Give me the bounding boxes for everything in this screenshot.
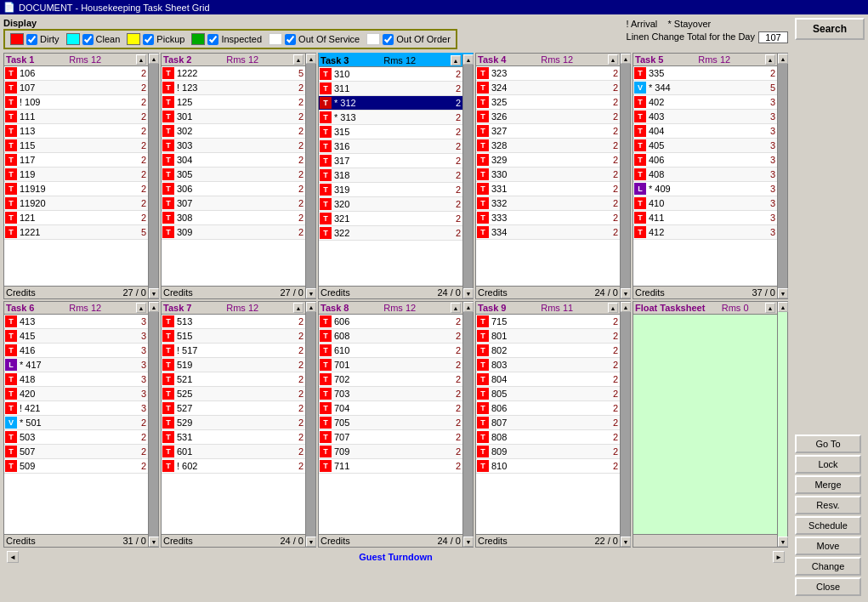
scroll-track[interactable] (463, 65, 473, 288)
task8-scrollbar[interactable]: ▲ ▼ (462, 302, 473, 547)
task4-scroll-up[interactable]: ▲ (608, 54, 618, 65)
task7-scroll-up[interactable]: ▲ (293, 303, 304, 313)
room-row[interactable]: T5152 (162, 329, 305, 344)
room-row[interactable]: T5132 (162, 315, 305, 329)
room-row[interactable]: T1152 (4, 139, 148, 153)
room-row[interactable]: T3332 (476, 211, 620, 225)
room-row[interactable]: T5312 (162, 430, 305, 445)
room-row[interactable]: T7022 (319, 372, 462, 387)
room-row[interactable]: T4203 (4, 387, 148, 401)
task8-scroll-up[interactable]: ▲ (451, 303, 461, 313)
room-row[interactable]: T3042 (162, 153, 305, 168)
room-row[interactable]: T3092 (162, 225, 305, 240)
inspected-checkbox[interactable] (207, 34, 218, 45)
task3-scroll-up[interactable]: ▲ (451, 55, 461, 65)
room-row[interactable]: T7072 (319, 430, 462, 445)
room-row[interactable]: T3072 (162, 196, 305, 211)
room-row[interactable]: T1062 (4, 66, 148, 81)
room-row[interactable]: T3262 (476, 110, 620, 124)
task9-scrollbar[interactable]: ▲ ▼ (620, 302, 630, 547)
room-row[interactable]: T8062 (476, 401, 620, 416)
room-row[interactable]: T3152 (319, 125, 462, 139)
schedule-button[interactable]: Schedule (795, 516, 861, 535)
scroll-track[interactable] (778, 64, 787, 288)
room-row[interactable]: T5272 (162, 401, 305, 416)
room-row[interactable]: T5292 (162, 416, 305, 430)
scroll-track[interactable] (306, 312, 315, 537)
room-row[interactable]: T8032 (476, 358, 620, 372)
room-row[interactable]: T3062 (162, 182, 305, 196)
room-row[interactable]: T5252 (162, 387, 305, 401)
move-button[interactable]: Move (795, 537, 861, 555)
scroll-down-btn[interactable]: ▼ (306, 288, 316, 298)
room-row[interactable]: T3082 (162, 211, 305, 225)
room-row[interactable]: T8042 (476, 372, 620, 387)
room-row[interactable]: T4063 (633, 153, 777, 168)
room-row[interactable]: T4113 (633, 211, 777, 225)
scroll-up-btn[interactable]: ▲ (149, 54, 159, 64)
room-row[interactable]: T8072 (476, 416, 620, 430)
scroll-down-btn[interactable]: ▼ (621, 537, 631, 547)
room-row[interactable]: T3242 (476, 81, 620, 95)
dirty-checkbox[interactable] (26, 34, 37, 45)
room-row[interactable]: T4153 (4, 329, 148, 344)
scroll-down-btn[interactable]: ▼ (463, 537, 474, 547)
room-row[interactable]: T1252 (162, 95, 305, 110)
room-row[interactable]: T3222 (319, 226, 462, 241)
linen-input[interactable] (758, 31, 788, 43)
room-row[interactable]: T1072 (4, 81, 148, 95)
task9-scroll-up[interactable]: ▲ (608, 303, 618, 313)
room-row[interactable]: V* 3445 (633, 81, 777, 95)
scroll-down-btn[interactable]: ▼ (778, 537, 788, 547)
room-row[interactable]: T5092 (4, 459, 148, 474)
room-row[interactable]: V* 5012 (4, 416, 148, 430)
scroll-up-btn[interactable]: ▲ (463, 54, 474, 65)
task5-scroll-up[interactable]: ▲ (765, 54, 775, 65)
scroll-down-btn[interactable]: ▼ (463, 288, 474, 298)
scroll-down-btn[interactable]: ▼ (621, 288, 631, 298)
room-row[interactable]: T3302 (476, 168, 620, 182)
scroll-up-btn[interactable]: ▲ (778, 54, 788, 64)
scroll-down-btn[interactable]: ▼ (306, 537, 316, 547)
room-row[interactable]: T3202 (319, 197, 462, 212)
room-row[interactable]: T8082 (476, 430, 620, 445)
scroll-up-btn[interactable]: ▲ (306, 302, 316, 312)
room-row[interactable]: T3312 (476, 182, 620, 196)
scroll-track[interactable] (621, 312, 630, 537)
room-row[interactable]: T5192 (162, 358, 305, 372)
room-row[interactable]: T4133 (4, 315, 148, 329)
ooo-checkbox[interactable] (383, 34, 394, 45)
room-row[interactable]: T6082 (319, 329, 462, 344)
room-row[interactable]: T4183 (4, 372, 148, 387)
room-row[interactable]: T! 1232 (162, 81, 305, 95)
task6-scrollbar[interactable]: ▲ ▼ (148, 302, 158, 547)
room-row[interactable]: T8022 (476, 344, 620, 358)
task6-scroll-up[interactable]: ▲ (136, 303, 146, 313)
room-row[interactable]: T8102 (476, 459, 620, 474)
room-row[interactable]: T8092 (476, 445, 620, 459)
room-row[interactable]: T8052 (476, 387, 620, 401)
resv-button[interactable]: Resv. (795, 496, 861, 514)
scroll-up-btn[interactable]: ▲ (149, 302, 159, 312)
room-row[interactable]: T1132 (4, 124, 148, 139)
float-scrollbar[interactable]: ▲ ▼ (777, 302, 787, 547)
room-row[interactable]: T! 6022 (162, 459, 305, 474)
scroll-track[interactable] (149, 64, 158, 288)
room-row[interactable]: T5212 (162, 372, 305, 387)
room-row[interactable]: T3212 (319, 212, 462, 226)
scroll-up-btn[interactable]: ▲ (778, 302, 788, 312)
room-row[interactable]: T4123 (633, 225, 777, 240)
scroll-track[interactable] (149, 312, 158, 537)
scroll-track[interactable] (306, 64, 315, 288)
room-row[interactable]: T7012 (319, 358, 462, 372)
room-row[interactable]: T3292 (476, 153, 620, 168)
task1-scroll-up[interactable]: ▲ (136, 54, 146, 65)
goto-button[interactable]: Go To (795, 434, 861, 453)
room-row[interactable]: T4033 (633, 110, 777, 124)
close-button[interactable]: Close (795, 577, 861, 596)
room-row[interactable]: T3052 (162, 168, 305, 182)
hscroll-right-btn[interactable]: ► (773, 551, 785, 563)
h-scroll-right[interactable]: ► (773, 551, 785, 563)
room-row[interactable]: T3342 (476, 225, 620, 240)
room-row[interactable]: T3282 (476, 139, 620, 153)
